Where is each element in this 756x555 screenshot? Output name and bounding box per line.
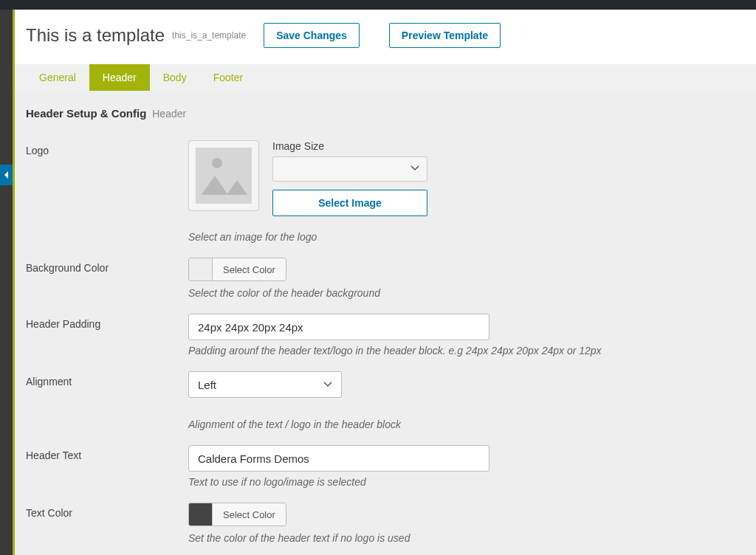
sidebar-collapse-indicator[interactable]	[0, 165, 13, 185]
page-header: This is a template this_is_a_template Sa…	[15, 10, 756, 64]
tab-header[interactable]: Header	[89, 64, 150, 91]
page-title: This is a template	[26, 25, 165, 46]
logo-label: Logo	[26, 140, 188, 156]
bgcolor-label: Background Color	[26, 258, 188, 274]
text-color-label: Text Color	[26, 503, 188, 519]
text-color-picker[interactable]: Select Color	[188, 503, 286, 526]
tab-bar: General Header Body Footer	[15, 64, 756, 91]
padding-helper: Padding arounf the header text/logo in t…	[188, 345, 646, 356]
main-content: This is a template this_is_a_template Sa…	[13, 10, 756, 555]
bgcolor-helper: Select the color of the header backgroun…	[188, 287, 646, 299]
image-size-select[interactable]	[272, 156, 427, 182]
logo-media-box: Image Size Select Image	[188, 140, 646, 216]
logo-thumbnail[interactable]	[188, 140, 259, 211]
header-text-input[interactable]	[188, 445, 489, 472]
tab-footer[interactable]: Footer	[200, 64, 256, 91]
page-slug: this_is_a_template	[172, 30, 246, 41]
select-image-button[interactable]: Select Image	[272, 190, 427, 216]
header-text-helper: Text to use if no logo/image is selected	[188, 476, 646, 488]
text-color-button-label: Select Color	[213, 503, 286, 525]
bgcolor-button-label: Select Color	[213, 258, 286, 280]
padding-label: Header Padding	[26, 314, 188, 330]
alignment-label: Alignment	[26, 371, 188, 387]
tab-general[interactable]: General	[26, 64, 89, 91]
image-size-label: Image Size	[272, 140, 427, 152]
bgcolor-swatch	[189, 258, 213, 280]
alignment-select[interactable]: Left	[188, 371, 342, 398]
section-subtitle: Header	[152, 108, 186, 120]
padding-input[interactable]	[188, 314, 489, 340]
admin-sidebar	[0, 10, 13, 555]
logo-helper: Select an image for the logo	[188, 231, 646, 243]
wp-admin-bar	[0, 0, 756, 10]
header-text-label: Header Text	[26, 445, 188, 461]
section-heading: Header Setup & Config Header	[26, 107, 745, 120]
text-color-helper: Set the color of the header text if no l…	[188, 532, 646, 544]
chevron-down-icon	[410, 163, 419, 175]
chevron-down-icon	[323, 379, 332, 391]
alignment-helper: Alignment of the text / logo in the head…	[188, 418, 646, 430]
tab-body[interactable]: Body	[150, 64, 200, 91]
tab-content: Header Setup & Config Header Logo	[15, 91, 756, 555]
placeholder-image-icon	[196, 148, 252, 204]
save-changes-button[interactable]: Save Changes	[264, 23, 360, 48]
text-color-swatch	[189, 503, 213, 525]
section-title: Header Setup & Config	[26, 107, 146, 120]
preview-template-button[interactable]: Preview Template	[389, 23, 501, 48]
bgcolor-picker[interactable]: Select Color	[188, 258, 286, 281]
